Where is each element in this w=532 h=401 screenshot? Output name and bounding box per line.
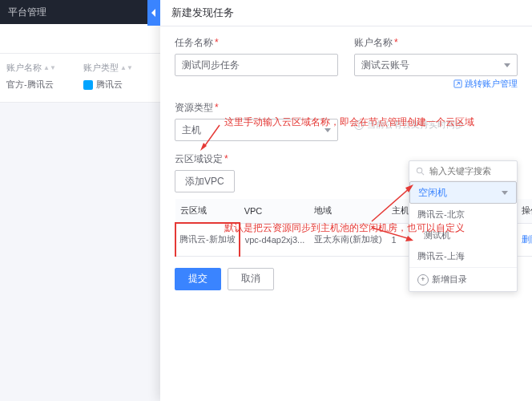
account-select[interactable]: 测试云账号: [354, 54, 518, 76]
dropdown-search[interactable]: [409, 161, 517, 181]
account-manage-link[interactable]: 跳转账户管理: [453, 78, 518, 90]
dropdown-search-input[interactable]: [428, 165, 503, 176]
vpc-cell: vpc-d4ap2xj3...: [240, 223, 310, 256]
th-op: 操作: [517, 199, 532, 223]
dropdown-group-beijing[interactable]: 腾讯云-北京: [409, 204, 517, 225]
dropdown-group-shanghai[interactable]: 腾讯云-上海: [409, 245, 517, 267]
shortcut-icon: [453, 79, 462, 88]
add-vpc-button[interactable]: 添加VPC: [175, 170, 235, 192]
area-cell: 亚太东南(新加坡): [309, 223, 386, 256]
th-vpc: VPC: [240, 199, 310, 223]
region-cell[interactable]: 腾讯云-新加坡: [175, 223, 240, 256]
app-header: 平台管理: [0, 0, 160, 24]
bg-col-account-name[interactable]: 账户名称▲▼: [6, 62, 83, 74]
svg-point-8: [417, 168, 421, 172]
cancel-button[interactable]: 取消: [228, 268, 274, 290]
svg-line-9: [421, 172, 424, 175]
target-dropdown: 空闲机 腾讯云-北京 测试机 腾讯云-上海 + 新增目录: [409, 160, 518, 292]
dropdown-add-dir[interactable]: + 新增目录: [409, 267, 517, 291]
drawer-title: 新建发现任务: [160, 0, 532, 26]
bg-col-account-type[interactable]: 账户类型▲▼: [83, 62, 160, 74]
svg-rect-3: [358, 124, 359, 128]
info-icon: [354, 120, 364, 130]
account-name-label: 账户名称*: [354, 36, 518, 50]
task-name-input[interactable]: [175, 54, 338, 76]
dropdown-option-test[interactable]: 测试机: [409, 225, 517, 245]
resource-type-label: 资源类型*: [175, 101, 338, 115]
sync-hint: 当前公有云支持实时同步: [354, 119, 518, 131]
collapse-drawer-button[interactable]: [147, 0, 160, 26]
th-area: 地域: [309, 199, 386, 223]
table-row[interactable]: 官方-腾讯云 腾讯云: [0, 79, 160, 91]
task-name-label: 任务名称*: [175, 36, 338, 50]
create-task-drawer: 新建发现任务 任务名称* 账户名称* 测试云账号 跳转账户管理: [160, 0, 532, 401]
delete-row-button[interactable]: 删除: [522, 234, 532, 244]
svg-point-4: [358, 122, 360, 124]
svg-marker-0: [151, 9, 155, 17]
tencent-cloud-icon: [83, 80, 93, 90]
plus-icon: +: [417, 274, 429, 286]
th-region: 云区域: [175, 199, 240, 223]
submit-button[interactable]: 提交: [175, 268, 221, 290]
dropdown-option-idle[interactable]: 空闲机: [409, 181, 517, 204]
resource-type-select[interactable]: 主机: [175, 119, 338, 141]
search-icon: [416, 167, 425, 176]
